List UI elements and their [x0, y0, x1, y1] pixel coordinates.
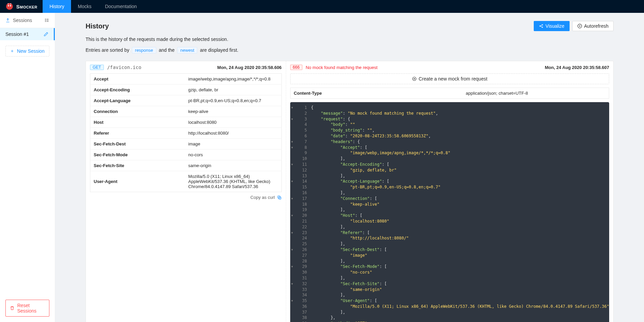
code-line: 31 ], — [290, 275, 609, 281]
upload-icon[interactable] — [5, 18, 10, 23]
sessions-label: Sessions — [13, 18, 32, 23]
logo[interactable]: Smocker — [0, 2, 43, 10]
autorefresh-label: Autorefresh — [584, 23, 608, 29]
svg-point-5 — [45, 21, 46, 22]
sort-suffix: are displayed first. — [200, 47, 238, 53]
code-line: 10 ], — [290, 156, 609, 162]
header-value: Mozilla/5.0 (X11; Linux x86_64) AppleWeb… — [185, 171, 282, 192]
header-key: Accept-Language — [90, 95, 185, 106]
request-timestamp: Mon, 24 Aug 2020 20:35:58.606 — [217, 65, 281, 70]
table-row: Accept-Encodinggzip, deflate, br — [90, 85, 282, 95]
code-line: ▾26 "Sec-Fetch-Dest": [ — [290, 247, 609, 253]
code-line: ▾29 "Sec-Fetch-Mode": [ — [290, 264, 609, 270]
sidebar: Sessions Session #1 New Session Reset — [0, 13, 55, 322]
header-value: no-cors — [185, 150, 282, 160]
code-line: 9 "image/webp,image/apng,image/*,*/*;q=0… — [290, 150, 609, 156]
code-line: ▾14 "Accept-Language": [ — [290, 179, 609, 184]
play-icon — [577, 24, 582, 28]
autorefresh-button[interactable]: Autorefresh — [572, 21, 614, 31]
header-key: Sec-Fetch-Site — [90, 160, 185, 171]
error-message: No mock found matching the request — [306, 65, 377, 70]
code-line: 27 "image" — [290, 253, 609, 258]
share-icon — [539, 24, 544, 28]
svg-line-15 — [540, 26, 542, 27]
response-body-code[interactable]: ▾1{2 "message": "No mock found matching … — [290, 102, 609, 322]
visualize-button[interactable]: Visualize — [534, 21, 570, 31]
reset-label: Reset Sessions — [17, 303, 45, 314]
code-line: ▾23 "Referer": [ — [290, 230, 609, 236]
new-session-button[interactable]: New Session — [5, 46, 49, 56]
header-value: keep-alive — [185, 106, 282, 117]
request-path: /favicon.ico — [107, 65, 141, 70]
code-line: 19 ], — [290, 207, 609, 213]
code-line: 33 "same-origin" — [290, 287, 609, 293]
create-mock-label: Create a new mock from request — [419, 76, 487, 82]
svg-point-0 — [6, 3, 13, 10]
request-panel: GET /favicon.ico Mon, 24 Aug 2020 20:35:… — [86, 61, 286, 322]
code-line: ▾8 "Accept": [ — [290, 145, 609, 151]
code-line: 2 "message": "No mock found matching the… — [290, 111, 609, 116]
table-row: Hostlocalhost:8080 — [90, 117, 282, 128]
visualize-label: Visualize — [546, 23, 565, 29]
method-tag: GET — [90, 65, 104, 70]
create-mock-button[interactable]: Create a new mock from request — [290, 73, 609, 84]
page-title: History — [86, 22, 109, 30]
code-line: ▾17 "Connection": [ — [290, 196, 609, 202]
code-line: 15 "pt-BR,pt;q=0.9,en-US;q=0.8,en;q=0.7" — [290, 184, 609, 190]
header-key: Connection — [90, 106, 185, 117]
session-item[interactable]: Session #1 — [0, 28, 55, 40]
code-line: 22 ], — [290, 224, 609, 230]
logo-icon — [5, 2, 14, 10]
table-row: Sec-Fetch-Modeno-cors — [90, 150, 282, 160]
code-line: 39 "method": "GET", — [290, 321, 609, 322]
code-line: ▾7 "headers": { — [290, 139, 609, 145]
header-key: User-Agent — [90, 171, 185, 192]
reset-sessions-button[interactable]: Reset Sessions — [5, 300, 49, 317]
header-key: Accept — [90, 74, 185, 85]
code-line: ▾3 "request": { — [290, 116, 609, 122]
copy-as-curl[interactable]: Copy as curl — [90, 195, 282, 200]
header-key: Referer — [90, 128, 185, 139]
nav-documentation[interactable]: Documentation — [98, 0, 143, 13]
nav-history[interactable]: History — [43, 0, 71, 13]
session-label: Session #1 — [5, 31, 29, 37]
table-row: Connectionkeep-alive — [90, 106, 282, 117]
code-line: 21 "localhost:8080" — [290, 218, 609, 224]
main-content: History Visualize Autorefresh This is th… — [55, 13, 644, 322]
code-line: 4 "body": "" — [290, 122, 609, 128]
edit-icon[interactable] — [44, 32, 48, 37]
header-value: same-origin — [185, 160, 282, 171]
history-entry: GET /favicon.ico Mon, 24 Aug 2020 20:35:… — [86, 61, 614, 322]
table-row: Content-Type application/json; charset=U… — [290, 88, 609, 99]
plus-icon — [10, 49, 14, 53]
response-headers-table: Content-Type application/json; charset=U… — [290, 88, 609, 99]
code-line: 13 ], — [290, 173, 609, 179]
response-panel: 666 No mock found matching the request M… — [286, 61, 613, 322]
header-value: image/webp,image/apng,image/*,*/*;q=0.8 — [185, 74, 282, 85]
code-line: 16 ], — [290, 190, 609, 196]
nav-mocks[interactable]: Mocks — [71, 0, 98, 13]
svg-point-3 — [45, 19, 46, 19]
code-line: ▾11 "Accept-Encoding": [ — [290, 162, 609, 167]
code-line: 36 "Mozilla/5.0 (X11; Linux x86_64) Appl… — [290, 304, 609, 309]
table-row: User-AgentMozilla/5.0 (X11; Linux x86_64… — [90, 171, 282, 192]
code-line: ▾35 "User-Agent": [ — [290, 298, 609, 304]
logo-text: Smocker — [16, 4, 37, 9]
header-key: Sec-Fetch-Mode — [90, 150, 185, 160]
svg-point-13 — [542, 27, 543, 27]
trash-icon — [10, 306, 15, 310]
svg-point-1 — [8, 5, 9, 6]
sort-response-tag[interactable]: response — [132, 47, 156, 53]
status-tag: 666 — [290, 65, 302, 70]
code-line: 37 ], — [290, 309, 609, 315]
code-line: 30 "no-cors" — [290, 270, 609, 275]
code-line: 25 ], — [290, 241, 609, 247]
table-row: Acceptimage/webp,image/apng,image/*,*/*;… — [90, 74, 282, 85]
table-row: Sec-Fetch-Sitesame-origin — [90, 160, 282, 171]
plus-circle-icon — [412, 76, 417, 81]
code-line: 18 "keep-alive" — [290, 202, 609, 207]
table-row: Refererhttp://localhost:8080/ — [90, 128, 282, 139]
svg-point-12 — [542, 24, 543, 25]
list-icon[interactable] — [45, 18, 49, 23]
sort-newest-tag[interactable]: newest — [177, 47, 197, 53]
